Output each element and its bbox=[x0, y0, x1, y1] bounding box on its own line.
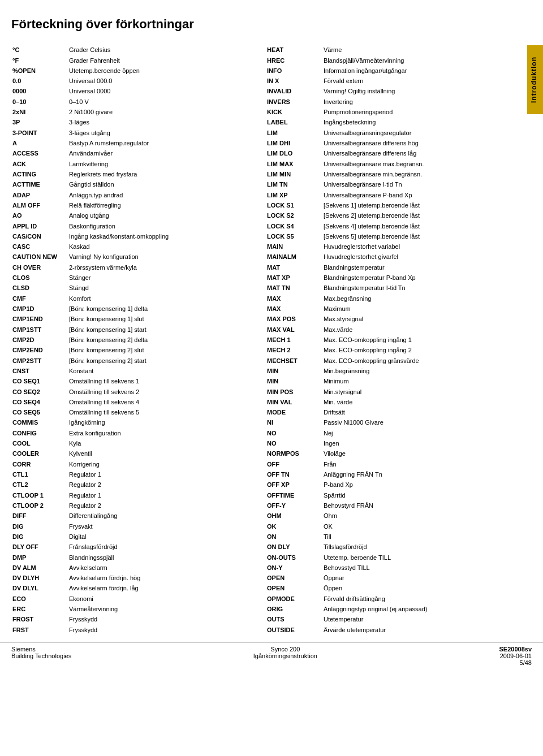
abbr-code: KICK bbox=[266, 107, 322, 118]
abbr-description: [Börv. kompensering 2] delta bbox=[68, 335, 243, 345]
abbr-code: COOLER bbox=[11, 449, 68, 459]
abbr-code: MAX VAL bbox=[266, 325, 322, 335]
abbr-code: AO bbox=[11, 211, 68, 221]
abbr-code: °F bbox=[11, 55, 68, 66]
abbr-code: DIG bbox=[11, 532, 68, 542]
abbr-description: Avvikelselarm bbox=[68, 563, 243, 573]
list-item: CMP1END[Börv. kompensering 1] slut bbox=[11, 314, 243, 325]
list-item: NIPassiv Ni1000 Givare bbox=[266, 418, 498, 428]
product-name: Synco 200 bbox=[270, 646, 300, 653]
abbr-code: FRST bbox=[11, 625, 68, 636]
abbr-code: LOCK S2 bbox=[266, 211, 322, 221]
list-item: CAUTION NEWVarning! Ny konfiguration bbox=[11, 252, 243, 262]
abbr-code: 0.0 bbox=[11, 76, 68, 87]
list-item: ON-YBehovsstyd TILL bbox=[266, 563, 498, 573]
list-item: CORRKorrigering bbox=[11, 460, 243, 470]
abbr-description: P-band Xp bbox=[322, 480, 498, 490]
abbr-description: Kaskad bbox=[68, 242, 243, 252]
abbr-code: ALM OFF bbox=[11, 201, 68, 211]
list-item: CLSDStängd bbox=[11, 283, 243, 293]
abbr-description: [Börv. kompensering 1] delta bbox=[68, 304, 243, 314]
abbr-code: CLSD bbox=[11, 283, 68, 293]
list-item: FRSTFrysskydd bbox=[11, 625, 243, 636]
abbr-code: CO SEQ5 bbox=[11, 408, 68, 418]
list-item: CMP1STT[Börv. kompensering 1] start bbox=[11, 325, 243, 335]
list-item: LIM XPUniversalbegränsare P-band Xp bbox=[266, 190, 498, 200]
list-item: LIMUniversalbegränsningsregulator bbox=[266, 128, 498, 139]
abbr-code: MIN POS bbox=[266, 387, 322, 397]
abbr-description: Avvikelselarm fördrjn. låg bbox=[68, 584, 243, 594]
abbr-code: °C bbox=[11, 45, 68, 55]
abbr-description: Öppnar bbox=[322, 573, 498, 584]
abbr-description: Ohm bbox=[322, 511, 498, 521]
list-item: DIFFDifferentialingång bbox=[11, 511, 243, 521]
abbr-description: Grader Fahrenheit bbox=[68, 55, 243, 66]
abbr-code: CH OVER bbox=[11, 263, 68, 273]
abbr-code: CO SEQ1 bbox=[11, 377, 68, 387]
abbr-code: LOCK S4 bbox=[266, 221, 322, 231]
abbr-description: Utetemp.beroende öppen bbox=[68, 66, 243, 76]
list-item: CMP2STT[Börv. kompensering 2] start bbox=[11, 356, 243, 366]
abbr-description: Universal 000.0 bbox=[68, 76, 243, 87]
list-item: CTL1Regulator 1 bbox=[11, 470, 243, 480]
list-item: CTLOOP 2Regulator 2 bbox=[11, 501, 243, 511]
abbr-code: MAT bbox=[266, 263, 322, 273]
abbr-description: Information ingångar/utgångar bbox=[322, 66, 498, 76]
abbr-code: CTL1 bbox=[11, 470, 68, 480]
list-item: 3P3-läges bbox=[11, 118, 243, 128]
list-item: ONTill bbox=[266, 532, 498, 542]
abbr-description: Pumpmotioneringsperiod bbox=[322, 107, 498, 118]
list-item: INVERSInvertering bbox=[266, 97, 498, 107]
list-item: ACKLarmkvittering bbox=[11, 159, 243, 169]
list-item: LOCK S2[Sekvens 2] utetemp.beroende låst bbox=[266, 211, 498, 221]
list-item: MECH 1Max. ECO-omkoppling ingång 1 bbox=[266, 335, 498, 345]
list-item: MINMin.begränsning bbox=[266, 366, 498, 377]
list-item: CMP2END[Börv. kompensering 2] slut bbox=[11, 345, 243, 356]
abbr-description: Regulator 2 bbox=[68, 501, 243, 511]
abbr-description: Anläggningstyp original (ej anpassad) bbox=[322, 604, 498, 615]
list-item: °CGrader Celsius bbox=[11, 45, 243, 55]
abbr-code: LIM TN bbox=[266, 180, 322, 190]
list-item: CMFKomfort bbox=[11, 294, 243, 304]
doc-id: SE20008sv bbox=[499, 646, 532, 653]
abbr-description: Min.styrsignal bbox=[322, 387, 498, 397]
list-item: MIN VALMin. värde bbox=[266, 398, 498, 408]
list-item: HEATVärme bbox=[266, 45, 498, 55]
list-item: HRECBlandspjäll/Värmeåtervinning bbox=[266, 55, 498, 66]
abbr-description: Komfort bbox=[68, 294, 243, 304]
abbr-description: Bastyp A rumstemp.regulator bbox=[68, 139, 243, 149]
list-item: LIM DHIUniversalbegränsare differens hög bbox=[266, 139, 498, 149]
abbr-description: Stänger bbox=[68, 273, 243, 283]
abbr-description: Blandningstemperatur bbox=[322, 263, 498, 273]
content-area: °CGrader Celsius°FGrader Fahrenheit%OPEN… bbox=[11, 45, 532, 636]
abbr-code: %OPEN bbox=[11, 66, 68, 76]
abbr-code: CO SEQ4 bbox=[11, 398, 68, 408]
abbr-description: Ekonomi bbox=[68, 594, 243, 604]
abbr-description: Universalbegränsare I-tid Tn bbox=[322, 180, 498, 190]
list-item: COOLKyla bbox=[11, 439, 243, 449]
abbr-description: 3-läges utgång bbox=[68, 128, 243, 139]
abbr-description: Värmeåtervinning bbox=[68, 604, 243, 615]
abbr-description: [Börv. kompensering 2] slut bbox=[68, 345, 243, 356]
abbr-code: CMP2D bbox=[11, 335, 68, 345]
abbr-code: ECO bbox=[11, 594, 68, 604]
company-name: Siemens bbox=[11, 646, 71, 653]
abbr-description: Minimum bbox=[322, 377, 498, 387]
list-item: OFFTIMESpärrtid bbox=[266, 490, 498, 500]
abbr-description: Utetemp. beroende TILL bbox=[322, 552, 498, 563]
abbr-description: 3-läges bbox=[68, 118, 243, 128]
abbr-description: Till bbox=[322, 532, 498, 542]
abbr-code: CMP2STT bbox=[11, 356, 68, 366]
abbr-description: Analog utgång bbox=[68, 211, 243, 221]
abbr-code: OPEN bbox=[266, 573, 322, 584]
list-item: CO SEQ5Omställning till sekvens 5 bbox=[11, 408, 243, 418]
list-item: INVALIDVarning! Ogiltig inställning bbox=[266, 87, 498, 97]
abbr-description: Från bbox=[322, 460, 498, 470]
list-item: ECOEkonomi bbox=[11, 594, 243, 604]
abbr-description: Utetemperatur bbox=[322, 615, 498, 625]
abbr-description: Behovsstyd TILL bbox=[322, 563, 498, 573]
abbr-code: CMP1END bbox=[11, 314, 68, 325]
abbr-description: Universal 0000 bbox=[68, 87, 243, 97]
abbr-code: ON bbox=[266, 532, 322, 542]
abbr-code: LIM bbox=[266, 128, 322, 139]
